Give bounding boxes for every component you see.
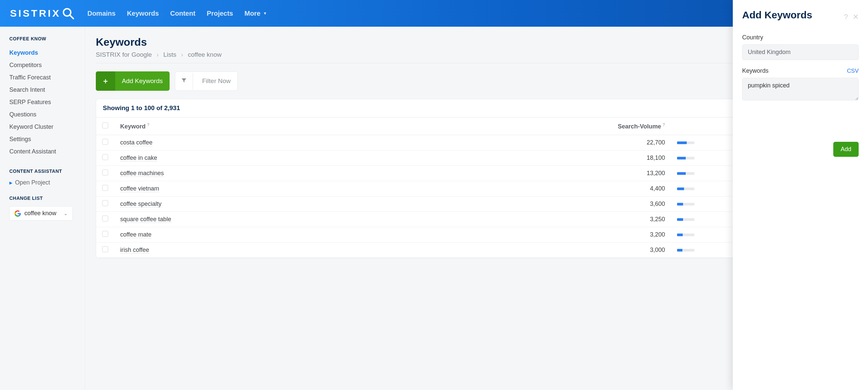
- chevron-right-icon: ›: [157, 51, 159, 58]
- column-label: Keyword: [120, 123, 146, 130]
- cell-volume: 3,250: [401, 212, 671, 227]
- sidebar-item-keyword-cluster[interactable]: Keyword Cluster: [9, 121, 75, 133]
- row-checkbox[interactable]: [96, 242, 114, 258]
- sidebar-item-label: Content Assistant: [9, 148, 56, 155]
- cell-volume-bar: [671, 166, 701, 181]
- filter-button[interactable]: Filter Now: [175, 71, 238, 91]
- cell-keyword[interactable]: coffee specialty: [114, 196, 401, 212]
- sidebar-nav: Keywords Competitors Traffic Forecast Se…: [9, 47, 75, 158]
- csv-link[interactable]: CSV: [847, 68, 859, 74]
- change-list-title: CHANGE LIST: [9, 195, 75, 201]
- sidebar-item-competitors[interactable]: Competitors: [9, 59, 75, 71]
- checkbox-icon: [102, 139, 108, 145]
- country-select[interactable]: [742, 44, 859, 60]
- brand-text: SISTRIX: [10, 8, 61, 19]
- sidebar-item-label: Keywords: [9, 50, 38, 56]
- row-checkbox[interactable]: [96, 166, 114, 181]
- row-checkbox[interactable]: [96, 135, 114, 151]
- sidebar-item-content-assistant[interactable]: Content Assistant: [9, 145, 75, 158]
- cell-keyword[interactable]: coffee machines: [114, 166, 401, 181]
- checkbox-icon: [102, 169, 108, 175]
- close-icon[interactable]: ✕: [852, 13, 859, 21]
- google-icon: [14, 210, 21, 217]
- row-checkbox[interactable]: [96, 151, 114, 166]
- open-project-link[interactable]: ▶ Open Project: [9, 179, 75, 186]
- plus-icon: ＋: [96, 71, 115, 91]
- brand-logo: SISTRIX: [10, 7, 75, 20]
- keywords-label: Keywords: [742, 67, 769, 74]
- nav-projects[interactable]: Projects: [207, 10, 233, 18]
- help-icon[interactable]: ?: [844, 13, 848, 21]
- add-keywords-button[interactable]: ＋ Add Keywords: [96, 71, 169, 91]
- checkbox-icon: [102, 123, 108, 128]
- sidebar-item-search-intent[interactable]: Search Intent: [9, 84, 75, 96]
- keywords-label-row: Keywords CSV: [742, 67, 859, 74]
- selected-list-label: coffee know: [24, 210, 56, 217]
- cell-keyword[interactable]: coffee vietnam: [114, 181, 401, 196]
- sidebar-item-label: SERP Features: [9, 99, 51, 105]
- checkbox-icon: [102, 185, 108, 191]
- column-label: Search-Volume: [618, 123, 661, 130]
- cell-keyword[interactable]: irish coffee: [114, 242, 401, 258]
- row-checkbox[interactable]: [96, 212, 114, 227]
- cell-volume-bar: [671, 242, 701, 258]
- row-checkbox[interactable]: [96, 227, 114, 242]
- search-icon: [61, 7, 75, 20]
- filter-icon: [175, 73, 193, 89]
- nav-keywords[interactable]: Keywords: [127, 10, 159, 18]
- nav-domains-label: Domains: [88, 10, 116, 18]
- cell-keyword[interactable]: costa coffee: [114, 135, 401, 151]
- cell-volume-bar: [671, 151, 701, 166]
- nav-domains[interactable]: Domains: [88, 10, 116, 18]
- cell-keyword[interactable]: coffee mate: [114, 227, 401, 242]
- list-selector[interactable]: coffee know ⌄: [9, 206, 73, 221]
- nav-more-label: More: [244, 10, 260, 18]
- row-checkbox[interactable]: [96, 196, 114, 212]
- nav-content-label: Content: [170, 10, 196, 18]
- breadcrumb-item[interactable]: Lists: [163, 51, 176, 58]
- triangle-right-icon: ▶: [9, 181, 12, 185]
- cell-volume-bar: [671, 227, 701, 242]
- sidebar-item-settings[interactable]: Settings: [9, 133, 75, 145]
- add-button-label: Add: [841, 146, 851, 153]
- filter-label: Filter Now: [198, 73, 238, 89]
- checkbox-icon: [102, 246, 108, 252]
- sidebar-project-title: COFFEE KNOW: [9, 36, 75, 41]
- row-checkbox[interactable]: [96, 181, 114, 196]
- column-keyword[interactable]: Keyword?: [114, 118, 401, 135]
- breadcrumb-item[interactable]: coffee know: [188, 51, 222, 58]
- cell-keyword[interactable]: square coffee table: [114, 212, 401, 227]
- cell-volume: 18,100: [401, 151, 671, 166]
- cell-volume: 4,400: [401, 181, 671, 196]
- country-label: Country: [742, 34, 859, 41]
- sidebar-item-keywords[interactable]: Keywords: [9, 47, 75, 59]
- cell-volume-bar: [671, 135, 701, 151]
- sidebar-item-label: Questions: [9, 111, 36, 118]
- nav-keywords-label: Keywords: [127, 10, 159, 18]
- svg-line-1: [70, 15, 73, 19]
- cell-volume: 3,000: [401, 242, 671, 258]
- top-nav: Domains Keywords Content Projects More ▼: [88, 10, 267, 18]
- checkbox-icon: [102, 231, 108, 237]
- sidebar-item-label: Competitors: [9, 62, 42, 68]
- keywords-textarea[interactable]: [742, 78, 859, 100]
- cell-volume: 3,600: [401, 196, 671, 212]
- select-all-header[interactable]: [96, 118, 114, 135]
- add-button[interactable]: Add: [833, 142, 859, 157]
- sidebar-item-traffic-forecast[interactable]: Traffic Forecast: [9, 71, 75, 84]
- sidebar-item-label: Search Intent: [9, 87, 45, 93]
- column-volume[interactable]: Search-Volume?: [401, 118, 671, 135]
- sidebar-item-serp-features[interactable]: SERP Features: [9, 96, 75, 108]
- cell-volume: 3,200: [401, 227, 671, 242]
- nav-more[interactable]: More ▼: [244, 10, 267, 18]
- help-icon: ?: [662, 122, 665, 127]
- chevron-down-icon: ⌄: [63, 210, 68, 217]
- sidebar-item-questions[interactable]: Questions: [9, 108, 75, 121]
- breadcrumb-item[interactable]: SISTRIX for Google: [96, 51, 152, 58]
- nav-content[interactable]: Content: [170, 10, 196, 18]
- cell-volume-bar: [671, 212, 701, 227]
- cell-volume-bar: [671, 196, 701, 212]
- checkbox-icon: [102, 154, 108, 160]
- cell-keyword[interactable]: coffee in cake: [114, 151, 401, 166]
- content-assistant-title: CONTENT ASSISTANT: [9, 168, 75, 174]
